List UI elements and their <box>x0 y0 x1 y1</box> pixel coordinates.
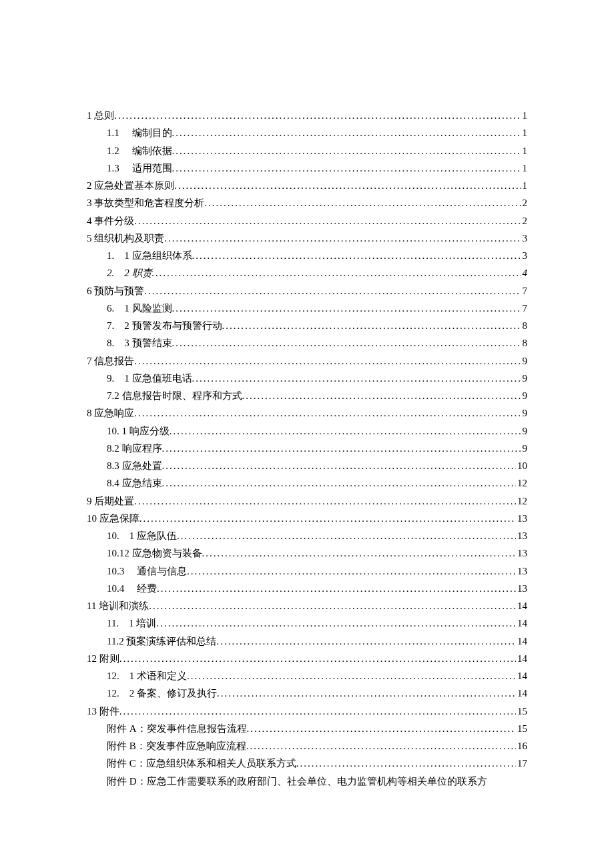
toc-leader <box>187 667 516 685</box>
toc-entry: 4 事件分级 2 <box>87 212 527 230</box>
toc-entry: 1 总则 1 <box>87 107 527 124</box>
toc-page: 7 <box>521 282 528 300</box>
toc-page: 16 <box>516 737 527 755</box>
toc-page: 1 <box>521 159 528 177</box>
toc-leader <box>144 282 521 300</box>
toc-entry: 11. 1 培训 14 <box>87 614 527 632</box>
toc-leader <box>157 580 516 597</box>
toc-entry: 1. 1 应急组织体系 3 <box>87 247 527 264</box>
toc-entry: 12. 1 术语和定义 14 <box>87 667 527 685</box>
toc-leader <box>247 720 516 737</box>
toc-entry: 10 应急保障 13 <box>87 510 527 527</box>
toc-label: 12 附则 <box>87 650 119 667</box>
toc-label: 13 附件 <box>87 703 119 720</box>
toc-leader <box>172 334 521 352</box>
toc-label: 8 应急响应 <box>87 404 134 422</box>
toc-leader <box>192 247 521 264</box>
toc-label: 7.2 信息报告时限、程序和方式 <box>107 387 242 404</box>
toc-page: 2 <box>521 212 528 230</box>
toc-page: 9 <box>521 404 528 422</box>
toc-label: 10.12 应急物资与装备 <box>107 544 202 562</box>
toc-page: 10 <box>516 457 527 474</box>
toc-entry: 7 信息报告 9 <box>87 352 527 370</box>
toc-page: 1 <box>521 177 528 194</box>
toc-label: 2. 2 职责 <box>107 264 152 282</box>
toc-page: 12 <box>516 492 527 510</box>
toc-page: 8 <box>521 317 528 334</box>
toc-label: 10. 1 应急队伍 <box>107 527 177 544</box>
toc-entry: 8.2 响应程序 9 <box>87 440 527 457</box>
toc-leader <box>152 264 521 282</box>
toc-leader <box>162 474 517 492</box>
toc-entry: 附件 B：突发事件应急响应流程 16 <box>87 737 527 755</box>
toc-leader <box>204 194 521 211</box>
toc-label: 10. 1 响应分级 <box>107 422 170 440</box>
toc-leader <box>246 737 516 755</box>
toc-page: 3 <box>521 230 528 247</box>
toc-leader <box>156 614 516 632</box>
toc-entry: 12 附则 14 <box>87 650 527 667</box>
toc-leader <box>134 404 521 422</box>
toc-label: 12. 2 备案、修订及执行 <box>107 685 217 702</box>
toc-entry: 13 附件 15 <box>87 703 527 720</box>
toc-page: 14 <box>516 614 527 632</box>
toc-entry: 2 应急处置基本原则 1 <box>87 177 527 194</box>
toc-label: 1.2 编制依据 <box>107 142 172 159</box>
toc-entry: 10.3 通信与信息 13 <box>87 562 527 580</box>
toc-leader <box>119 703 516 720</box>
toc-label: 4 事件分级 <box>87 212 134 230</box>
toc-leader <box>149 597 516 614</box>
toc-leader <box>177 527 516 544</box>
toc-page: 4 <box>521 264 528 282</box>
toc-label: 11 培训和演练 <box>87 597 149 614</box>
toc-leader <box>119 650 516 667</box>
toc-leader <box>172 159 521 177</box>
toc-entry: 10.12 应急物资与装备 13 <box>87 544 527 562</box>
toc-entry: 3 事故类型和危害程度分析 2 <box>87 194 527 211</box>
toc-entry: 附件 C：应急组织体系和相关人员联系方式 17 <box>87 755 527 772</box>
toc-entry: 1.2 编制依据 1 <box>87 142 527 159</box>
toc-label: 附件 C：应急组织体系和相关人员联系方式 <box>107 755 296 772</box>
toc-leader <box>202 544 517 562</box>
toc-entry: 2. 2 职责 4 <box>87 264 527 282</box>
toc-label: 7 信息报告 <box>87 352 134 370</box>
toc-entry: 8.3 应急处置 10 <box>87 457 527 474</box>
toc-label: 附件 A：突发事件信息报告流程 <box>107 720 247 737</box>
toc-label: 8.4 应急结束 <box>107 474 162 492</box>
toc-page: 13 <box>516 580 527 597</box>
toc-leader <box>242 387 521 404</box>
toc-label: 8.2 响应程序 <box>107 440 162 457</box>
toc-label: 3 事故类型和危害程度分析 <box>87 194 204 211</box>
toc-page: 13 <box>516 510 527 527</box>
toc-entry: 9. 1 应急值班电话 9 <box>87 370 527 387</box>
toc-leader <box>172 124 521 141</box>
toc-entry: 7.2 信息报告时限、程序和方式 9 <box>87 387 527 404</box>
toc-entry: 8. 3 预警结束 8 <box>87 334 527 352</box>
toc-label: 8.3 应急处置 <box>107 457 162 474</box>
toc-leader <box>162 457 517 474</box>
toc-leader <box>134 352 521 370</box>
toc-entry: 5 组织机构及职责 3 <box>87 230 527 247</box>
toc-entry: 1.1 编制目的 1 <box>87 124 527 141</box>
toc-label: 6 预防与预警 <box>87 282 144 300</box>
table-of-contents: 1 总则 1 1.1 编制目的 1 1.2 编制依据 1 1.3 适用范围 1 … <box>87 107 527 790</box>
toc-page: 14 <box>516 667 527 685</box>
toc-entry: 6. 1 风险监测 7 <box>87 300 527 317</box>
toc-page: 1 <box>521 107 528 124</box>
toc-page: 9 <box>521 370 528 387</box>
toc-label: 1 总则 <box>87 107 114 124</box>
toc-label: 5 组织机构及职责 <box>87 230 164 247</box>
toc-page: 9 <box>521 440 528 457</box>
toc-page: 13 <box>516 527 527 544</box>
toc-entry: 10.4 经费 13 <box>87 580 527 597</box>
toc-leader <box>134 212 521 230</box>
toc-page: 9 <box>521 422 528 440</box>
toc-leader <box>217 685 516 702</box>
toc-leader <box>192 370 521 387</box>
toc-entry: 8.4 应急结束 12 <box>87 474 527 492</box>
toc-page: 14 <box>516 632 527 650</box>
toc-leader <box>222 317 521 334</box>
toc-label: 11. 1 培训 <box>107 614 156 632</box>
toc-leader <box>114 107 521 124</box>
toc-leader <box>172 142 521 159</box>
